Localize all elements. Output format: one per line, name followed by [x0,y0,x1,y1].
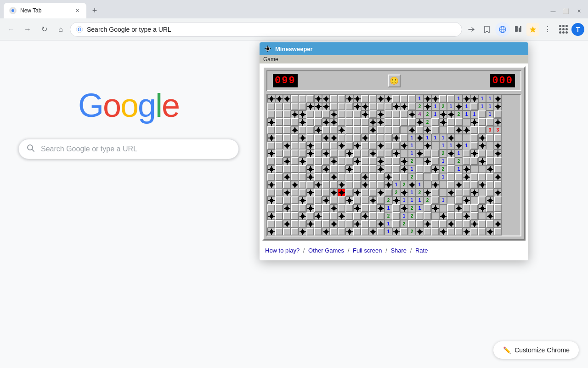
minesweeper-cell[interactable] [431,212,439,220]
minesweeper-cell[interactable]: 1 [439,134,447,142]
minesweeper-cell[interactable] [424,142,431,150]
minesweeper-cell[interactable] [424,204,431,212]
minesweeper-cell[interactable] [486,181,494,189]
minesweeper-cell[interactable] [306,150,314,157]
minesweeper-cell[interactable] [353,150,361,157]
minesweeper-cell[interactable] [416,142,424,150]
minesweeper-cell[interactable] [416,173,424,181]
minesweeper-cell[interactable] [439,110,447,118]
minesweeper-cell[interactable] [314,103,322,110]
minesweeper-cell[interactable] [400,110,408,118]
minesweeper-cell[interactable] [455,189,463,196]
minesweeper-cell[interactable] [447,196,455,204]
minesweeper-cell[interactable] [463,181,470,189]
minesweeper-cell[interactable] [494,189,502,196]
minesweeper-cell[interactable] [384,181,392,189]
home-button[interactable]: ⌂ [53,22,68,37]
minesweeper-cell[interactable]: 1 [447,142,455,150]
minesweeper-cell[interactable] [322,134,330,142]
minesweeper-cell[interactable] [283,126,291,134]
minesweeper-cell[interactable] [345,142,353,150]
minesweeper-cell[interactable] [431,173,439,181]
minesweeper-cell[interactable] [463,173,470,181]
minesweeper-cell[interactable] [353,118,361,126]
minesweeper-cell[interactable] [478,142,486,150]
minesweeper-cell[interactable] [486,142,494,150]
minesweeper-cell[interactable] [447,134,455,142]
minesweeper-cell[interactable] [377,196,384,204]
minesweeper-cell[interactable] [322,189,330,196]
minesweeper-cell[interactable] [478,189,486,196]
minesweeper-cell[interactable] [353,173,361,181]
game-menu-item[interactable]: Game [263,56,278,63]
minesweeper-cell[interactable]: 2 [392,189,400,196]
minesweeper-cell[interactable] [384,150,392,157]
minesweeper-cell[interactable] [283,157,291,165]
minesweeper-cell[interactable] [463,196,470,204]
minesweeper-cell[interactable] [291,118,299,126]
minesweeper-cell[interactable] [275,196,283,204]
minesweeper-cell[interactable] [275,165,283,173]
minesweeper-cell[interactable] [291,157,299,165]
minesweeper-cell[interactable] [377,165,384,173]
minesweeper-cell[interactable] [424,220,431,228]
minesweeper-cell[interactable] [291,196,299,204]
minesweeper-cell[interactable] [424,181,431,189]
minesweeper-cell[interactable] [455,126,463,134]
minesweeper-cell[interactable] [455,173,463,181]
minesweeper-cell[interactable]: 2 [439,103,447,110]
minesweeper-cell[interactable] [470,212,478,220]
minesweeper-cell[interactable]: 4 [416,110,424,118]
minesweeper-cell[interactable] [392,173,400,181]
minesweeper-cell[interactable] [455,181,463,189]
minesweeper-cell[interactable] [463,118,470,126]
minesweeper-cell[interactable] [291,165,299,173]
minesweeper-cell[interactable]: 1 [463,142,470,150]
minesweeper-cell[interactable] [400,157,408,165]
minesweeper-cell[interactable] [322,150,330,157]
minesweeper-cell[interactable] [338,142,345,150]
minesweeper-cell[interactable] [478,126,486,134]
minesweeper-cell[interactable] [447,189,455,196]
minesweeper-cell[interactable] [267,118,275,126]
minesweeper-cell[interactable]: 1 [439,196,447,204]
minesweeper-cell[interactable] [322,173,330,181]
minesweeper-cell[interactable]: 1 [470,110,478,118]
minesweeper-cell[interactable] [392,204,400,212]
minesweeper-cell[interactable] [330,189,338,196]
minesweeper-cell[interactable] [369,196,377,204]
minesweeper-cell[interactable] [275,204,283,212]
minesweeper-cell[interactable] [384,189,392,196]
minesweeper-cell[interactable] [345,157,353,165]
minesweeper-cell[interactable] [431,189,439,196]
minesweeper-cell[interactable] [486,204,494,212]
minesweeper-cell[interactable] [330,212,338,220]
minesweeper-cell[interactable] [431,142,439,150]
minesweeper-cell[interactable]: 1 [439,157,447,165]
minesweeper-cell[interactable]: 2 [400,220,408,228]
minesweeper-cell[interactable]: 1 [408,196,416,204]
minesweeper-cell[interactable] [463,212,470,220]
minesweeper-cell[interactable] [322,212,330,220]
minesweeper-cell[interactable] [392,212,400,220]
minesweeper-cell[interactable] [345,228,353,236]
minesweeper-cell[interactable] [306,95,314,103]
minesweeper-cell[interactable] [494,196,502,204]
minesweeper-cell[interactable]: 1 [408,165,416,173]
minesweeper-cell[interactable]: 1 [400,212,408,220]
minesweeper-cell[interactable] [470,150,478,157]
minesweeper-cell[interactable] [494,95,502,103]
minesweeper-cell[interactable] [494,212,502,220]
minesweeper-cell[interactable] [322,110,330,118]
minesweeper-cell[interactable]: 1 [408,189,416,196]
minesweeper-cell[interactable]: 1 [416,204,424,212]
minesweeper-cell[interactable] [369,157,377,165]
minesweeper-cell[interactable] [463,134,470,142]
minesweeper-cell[interactable]: 1 [392,181,400,189]
extensions-button[interactable] [511,22,526,37]
minesweeper-cell[interactable] [455,142,463,150]
reload-button[interactable]: ↻ [37,22,51,37]
minesweeper-cell[interactable] [283,212,291,220]
minesweeper-cell[interactable] [314,196,322,204]
minesweeper-cell[interactable] [338,189,345,196]
